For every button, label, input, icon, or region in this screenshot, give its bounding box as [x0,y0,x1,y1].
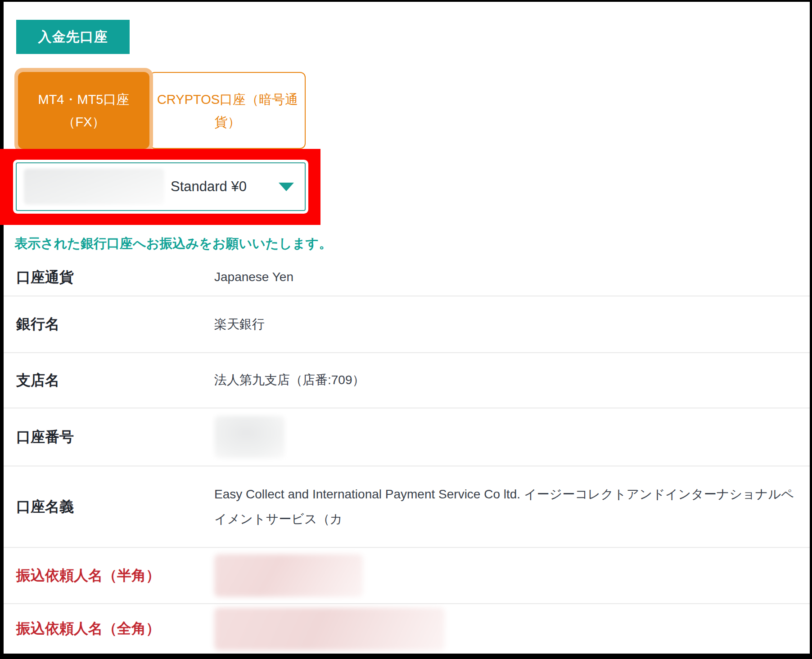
row-label: 振込依頼人名（半角） [16,566,214,586]
row-label: 銀行名 [16,314,214,334]
table-row: 銀行名 楽天銀行 [0,296,810,353]
redacted-value [214,608,445,650]
account-select-value: Standard ¥0 [171,179,247,195]
frame-border-left [0,0,4,659]
table-row: 振込依頼人名（半角） [0,548,810,604]
row-label: 支店名 [16,371,214,390]
table-row: 口座番号 [0,408,810,466]
bank-details-table: 口座通貨 Japanese Yen 銀行名 楽天銀行 支店名 法人第九支店（店番… [0,259,810,654]
row-label: 口座番号 [16,427,214,447]
transfer-instruction-text: 表示された銀行口座へお振込みをお願いいたします。 [14,235,332,253]
red-highlight-annotation: Standard ¥0 [0,149,320,225]
redacted-value [214,416,285,458]
dropdown-arrow-icon [279,183,294,191]
row-value: Easy Collect and International Payment S… [214,482,804,531]
row-value [214,608,804,650]
frame-border-bottom [0,654,812,659]
row-value [214,416,804,458]
table-row: 口座名義 Easy Collect and International Paym… [0,466,810,548]
row-value: Japanese Yen [214,265,804,290]
frame-border-right [810,0,812,659]
row-label: 口座名義 [16,497,214,517]
row-label: 振込依頼人名（全角） [16,619,214,639]
screenshot-frame: 入金先口座 MT4・MT5口座 （FX） CRYPTOS口座（暗号通 貨） 口座… [0,0,812,659]
row-value: 法人第九支店（店番:709） [214,368,804,393]
account-select-dropdown[interactable]: Standard ¥0 [16,162,306,211]
redacted-value [214,554,363,597]
row-value [214,554,804,597]
deposit-account-badge: 入金先口座 [16,20,130,54]
tab-cryptos-account[interactable]: CRYPTOS口座（暗号通 貨） [149,72,306,149]
row-value: 楽天銀行 [214,312,804,337]
table-row: 口座通貨 Japanese Yen [0,259,810,296]
tab-mt4-mt5-account[interactable]: MT4・MT5口座 （FX） [18,72,149,149]
redacted-account-name [24,169,164,205]
table-row: 支店名 法人第九支店（店番:709） [0,353,810,408]
frame-border-top [0,0,812,2]
table-row: 振込依頼人名（全角） [0,604,810,654]
row-label: 口座通貨 [16,268,214,287]
